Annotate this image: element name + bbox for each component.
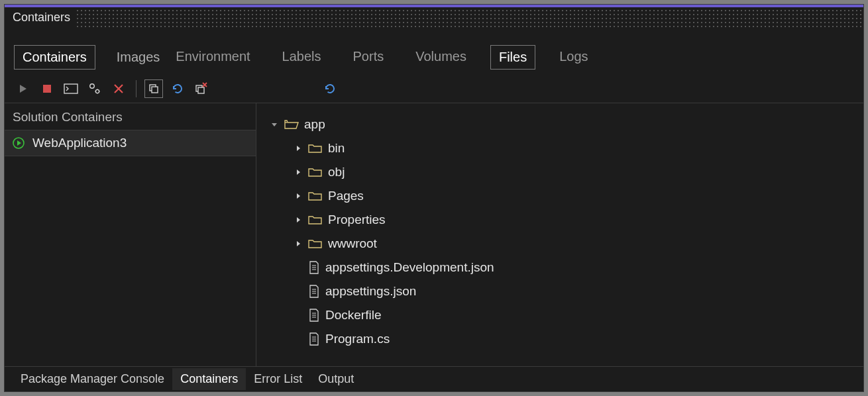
svg-rect-7 xyxy=(198,87,204,93)
svg-rect-0 xyxy=(43,85,51,93)
tab-output[interactable]: Output xyxy=(310,368,362,390)
folder-label: Properties xyxy=(328,213,386,227)
copy-button[interactable] xyxy=(144,79,163,98)
toolbar xyxy=(14,76,854,101)
body-split: Solution Containers WebApplication3 xyxy=(5,103,863,366)
tree-file[interactable]: appsettings.json xyxy=(263,279,857,303)
play-icon xyxy=(18,83,28,94)
folder-label: obj xyxy=(328,165,345,179)
file-label: appsettings.Development.json xyxy=(325,260,494,275)
remove-button[interactable] xyxy=(109,79,128,98)
refresh-icon xyxy=(171,82,184,95)
tree-folder-root[interactable]: app xyxy=(263,113,857,136)
expander-closed-icon[interactable] xyxy=(294,239,303,248)
file-icon xyxy=(308,261,320,274)
refresh-button[interactable] xyxy=(168,79,187,98)
tab-package-manager-console[interactable]: Package Manager Console xyxy=(13,368,172,390)
tab-images[interactable]: Images xyxy=(109,46,168,69)
file-icon xyxy=(308,332,320,346)
remove-all-button[interactable] xyxy=(192,79,211,98)
tab-containers-bottom[interactable]: Containers xyxy=(172,368,246,390)
detail-tabs: Environment Labels Ports Volumes Files L… xyxy=(168,45,596,70)
running-indicator-icon xyxy=(13,137,25,149)
containers-panel: Containers Containers Images Environment… xyxy=(4,4,864,392)
files-refresh-button[interactable] xyxy=(321,79,339,98)
tab-row: Containers Images Environment Labels Por… xyxy=(14,43,854,71)
file-icon xyxy=(308,309,320,322)
play-button[interactable] xyxy=(14,79,32,98)
left-pane: Solution Containers WebApplication3 xyxy=(5,103,256,366)
panel-title-row: Containers xyxy=(5,7,863,27)
section-label: Solution Containers xyxy=(5,103,256,130)
svg-rect-1 xyxy=(64,84,78,93)
tree-file[interactable]: Dockerfile xyxy=(263,303,857,327)
file-label: appsettings.json xyxy=(325,284,416,299)
folder-icon xyxy=(308,166,323,178)
svg-point-3 xyxy=(95,89,99,93)
tab-ports[interactable]: Ports xyxy=(345,45,392,70)
tree-folder[interactable]: bin xyxy=(263,136,857,160)
container-name: WebApplication3 xyxy=(32,136,127,150)
terminal-button[interactable] xyxy=(62,79,80,98)
tree-file[interactable]: appsettings.Development.json xyxy=(263,256,857,279)
tab-volumes[interactable]: Volumes xyxy=(407,45,474,70)
folder-icon xyxy=(308,142,323,154)
tree-folder[interactable]: Pages xyxy=(263,184,857,208)
file-label: Program.cs xyxy=(325,332,390,346)
container-list: WebApplication3 xyxy=(5,130,256,366)
stop-button[interactable] xyxy=(38,79,56,98)
file-label: Dockerfile xyxy=(325,308,381,322)
remove-all-icon xyxy=(194,82,209,95)
file-icon xyxy=(308,285,320,298)
tree-folder[interactable]: wwwroot xyxy=(263,232,857,256)
tree-file[interactable]: Program.cs xyxy=(263,327,857,351)
expander-closed-icon[interactable] xyxy=(294,144,303,153)
folder-icon xyxy=(308,190,323,202)
copy-icon xyxy=(148,83,160,95)
settings-button[interactable] xyxy=(85,79,104,98)
refresh-icon xyxy=(323,82,337,95)
tab-labels[interactable]: Labels xyxy=(274,45,329,70)
tab-files[interactable]: Files xyxy=(490,45,535,70)
tab-containers[interactable]: Containers xyxy=(14,45,95,70)
tab-error-list[interactable]: Error List xyxy=(246,368,310,390)
expander-closed-icon[interactable] xyxy=(294,191,303,201)
folder-label: Pages xyxy=(328,189,364,203)
file-tree-pane: app bin obj Pages Properties xyxy=(256,103,863,366)
tab-logs[interactable]: Logs xyxy=(551,45,596,70)
toolbar-separator xyxy=(136,80,136,97)
container-item[interactable]: WebApplication3 xyxy=(5,130,256,156)
folder-open-icon xyxy=(284,119,299,130)
tree-folder[interactable]: obj xyxy=(263,160,857,184)
terminal-icon xyxy=(64,83,78,94)
expander-open-icon[interactable] xyxy=(270,120,279,129)
bottom-tabs: Package Manager Console Containers Error… xyxy=(5,366,863,391)
svg-rect-5 xyxy=(152,87,158,93)
panel-title: Containers xyxy=(13,11,70,25)
expander-closed-icon[interactable] xyxy=(294,215,303,224)
scope-tabs: Containers Images xyxy=(14,45,168,70)
tab-environment[interactable]: Environment xyxy=(168,45,258,70)
remove-x-icon xyxy=(113,83,125,95)
tree-folder[interactable]: Properties xyxy=(263,208,857,232)
folder-icon xyxy=(308,214,323,226)
folder-label: bin xyxy=(328,141,345,156)
settings-gear-icon xyxy=(88,83,101,95)
folder-label: wwwroot xyxy=(328,236,377,251)
folder-icon xyxy=(308,238,323,250)
panel-drag-grip[interactable] xyxy=(76,7,863,27)
stop-icon xyxy=(42,84,52,93)
folder-label: app xyxy=(304,117,325,132)
expander-closed-icon[interactable] xyxy=(294,168,303,177)
